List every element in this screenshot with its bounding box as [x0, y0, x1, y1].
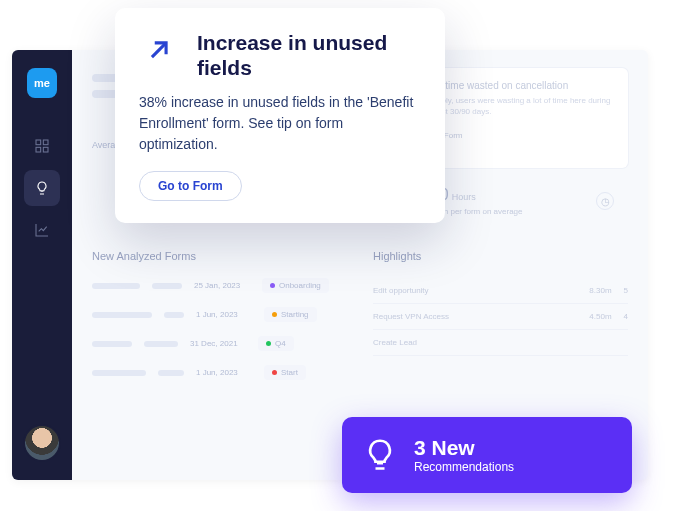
highlight-count: 4	[624, 312, 628, 321]
lightbulb-icon	[362, 437, 398, 473]
form-tag: Onboarding	[262, 278, 329, 293]
arrow-up-right-icon	[139, 30, 179, 70]
forms-list: 25 Jan, 2023 Onboarding 1 Jun, 2023 Star…	[92, 278, 347, 380]
form-date: 1 Jun, 2023	[196, 368, 252, 377]
lightbulb-icon	[34, 180, 50, 196]
table-row[interactable]: Request VPN Access 4.50m4	[373, 304, 628, 330]
hours-sub: 2.8 min per form on average	[422, 207, 614, 216]
form-tag: Q4	[258, 336, 294, 351]
highlight-name: Edit opportunity	[373, 286, 429, 295]
placeholder	[164, 312, 184, 318]
chart-icon	[34, 222, 50, 238]
go-to-form-button[interactable]: Go to Form	[139, 171, 242, 201]
tag-dot	[272, 370, 277, 375]
highlight-name: Request VPN Access	[373, 312, 449, 321]
form-tag: Start	[264, 365, 306, 380]
alert-text: Possibly, users were wasting a lot of ti…	[422, 95, 614, 117]
nav-analytics[interactable]	[24, 212, 60, 248]
table-row[interactable]: Create Lead	[373, 330, 628, 356]
panel-title: New Analyzed Forms	[92, 250, 347, 262]
placeholder	[152, 283, 182, 289]
insight-popup: Increase in unused fields 38% increase i…	[115, 8, 445, 223]
tag-label: Start	[281, 368, 298, 377]
placeholder	[92, 312, 152, 318]
tag-dot	[270, 283, 275, 288]
placeholder	[92, 341, 132, 347]
placeholder	[92, 283, 140, 289]
clock-icon: ◷	[596, 192, 614, 210]
tag-dot	[266, 341, 271, 346]
panel-title: Highlights	[373, 250, 628, 262]
analyzed-forms-panel: New Analyzed Forms 25 Jan, 2023 Onboardi…	[92, 250, 347, 394]
highlights-panel: Highlights Edit opportunity 8.30m5 Reque…	[373, 250, 628, 394]
recommendations-banner[interactable]: 3 New Recommendations	[342, 417, 632, 493]
form-date: 31 Dec, 2021	[190, 339, 246, 348]
popup-text: 38% increase in unused fields in the 'Be…	[139, 92, 421, 155]
highlight-time: 4.50m	[589, 312, 611, 321]
nav-insights[interactable]	[24, 170, 60, 206]
svg-rect-2	[36, 147, 41, 152]
placeholder	[158, 370, 184, 376]
placeholder	[144, 341, 178, 347]
svg-rect-3	[43, 147, 48, 152]
alert-title: High time wasted on cancellation	[422, 80, 614, 91]
popup-title: Increase in unused fields	[197, 30, 421, 80]
banner-sub: Recommendations	[414, 460, 514, 474]
banner-title: 3 New	[414, 437, 514, 458]
placeholder	[92, 370, 146, 376]
table-row[interactable]: 1 Jun, 2023 Start	[92, 365, 347, 380]
highlight-name: Create Lead	[373, 338, 417, 347]
sidebar-nav	[24, 128, 60, 248]
avatar[interactable]	[25, 426, 59, 460]
form-date: 25 Jan, 2023	[194, 281, 250, 290]
logo: me	[27, 68, 57, 98]
tag-label: Q4	[275, 339, 286, 348]
table-row[interactable]: 25 Jan, 2023 Onboarding	[92, 278, 347, 293]
form-date: 1 Jun, 2023	[196, 310, 252, 319]
highlight-time: 8.30m	[589, 286, 611, 295]
highlight-count: 5	[624, 286, 628, 295]
lower-panels: New Analyzed Forms 25 Jan, 2023 Onboardi…	[92, 250, 628, 394]
table-row[interactable]: 31 Dec, 2021 Q4	[92, 336, 347, 351]
table-row[interactable]: Edit opportunity 8.30m5	[373, 278, 628, 304]
form-tag: Starting	[264, 307, 317, 322]
tag-label: Starting	[281, 310, 309, 319]
nav-dashboard[interactable]	[24, 128, 60, 164]
svg-rect-0	[36, 140, 41, 145]
banner-text: 3 New Recommendations	[414, 437, 514, 474]
tag-label: Onboarding	[279, 281, 321, 290]
tag-dot	[272, 312, 277, 317]
svg-rect-1	[43, 140, 48, 145]
table-row[interactable]: 1 Jun, 2023 Starting	[92, 307, 347, 322]
sidebar: me	[12, 50, 72, 480]
grid-icon	[34, 138, 50, 154]
alert-link[interactable]: Go to Form	[422, 131, 614, 140]
hours-unit: Hours	[452, 192, 476, 202]
